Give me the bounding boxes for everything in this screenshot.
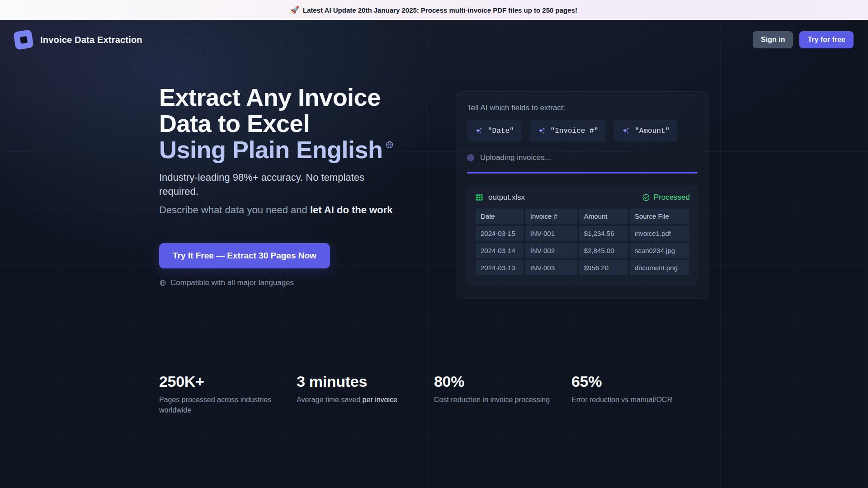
rocket-icon: 🚀 xyxy=(291,6,299,14)
cell-amount: $2,845.00 xyxy=(579,243,628,258)
column-header-source: Source File xyxy=(630,209,689,224)
hero-description: Describe what data you need and let AI d… xyxy=(159,204,435,216)
cell-amount: $956.20 xyxy=(579,260,628,275)
cell-date: 2024-03-15 xyxy=(476,226,524,241)
stat-cost-reduction: 80% Cost reduction in invoice processing xyxy=(434,373,571,415)
upload-progress-bar xyxy=(467,172,698,174)
try-for-free-button[interactable]: Try for free xyxy=(799,31,854,48)
processed-status-badge: Processed xyxy=(642,193,690,202)
column-header-date: Date xyxy=(476,209,524,224)
announcement-banner: 🚀 Latest AI Update 20th January 2025: Pr… xyxy=(0,0,868,20)
sparkles-icon xyxy=(538,127,546,135)
cell-invoice: INV-001 xyxy=(525,226,577,241)
stat-label: Error reduction vs manual/OCR xyxy=(571,394,709,405)
extraction-demo-panel: Tell AI which fields to extract: "Date" … xyxy=(456,91,709,299)
page-title: Extract Any Invoice Data to Excel Using … xyxy=(159,84,435,163)
announcement-text: Latest AI Update 20th January 2025: Proc… xyxy=(303,6,577,14)
column-header-amount: Amount xyxy=(579,209,628,224)
field-chip-amount: "Amount" xyxy=(614,120,677,142)
chip-label: "Date" xyxy=(488,127,514,135)
main-header: Invoice Data Extraction Sign in Try for … xyxy=(0,20,868,60)
cell-invoice: INV-003 xyxy=(525,260,577,275)
sparkles-icon xyxy=(622,127,630,135)
field-chip-invoice-number: "Invoice #" xyxy=(530,120,606,142)
stat-label: Cost reduction in invoice processing xyxy=(434,394,571,405)
stat-label: Pages processed across industries worldw… xyxy=(159,394,272,415)
extracted-data-table: Date Invoice # Amount Source File 2024-0… xyxy=(474,206,691,277)
brand-name: Invoice Data Extraction xyxy=(40,35,142,45)
stat-value: 3 minutes xyxy=(297,373,434,390)
try-it-free-cta-button[interactable]: Try It Free — Extract 30 Pages Now xyxy=(159,243,330,268)
column-header-invoice: Invoice # xyxy=(525,209,577,224)
page-title-accent: Using Plain English xyxy=(159,136,383,163)
sign-in-button[interactable]: Sign in xyxy=(753,31,793,48)
compatibility-text: Compatible with all major languages xyxy=(170,278,294,287)
cell-date: 2024-03-13 xyxy=(476,260,524,275)
upload-status: Uploading invoices... xyxy=(467,153,698,162)
stat-label: Average time saved per invoice xyxy=(297,394,434,405)
table-row: 2024-03-15 INV-001 $1,234.56 invoice1.pd… xyxy=(476,226,689,241)
stat-time-saved: 3 minutes Average time saved per invoice xyxy=(297,373,434,415)
stats-section: 250K+ Pages processed across industries … xyxy=(159,373,709,415)
header-actions: Sign in Try for free xyxy=(753,31,854,48)
field-chips: "Date" "Invoice #" "Amount" xyxy=(467,120,698,142)
chip-label: "Invoice #" xyxy=(551,127,599,135)
stat-value: 250K+ xyxy=(159,373,297,390)
check-circle-icon xyxy=(642,193,650,202)
cell-amount: $1,234.56 xyxy=(579,226,628,241)
cell-invoice: INV-002 xyxy=(525,243,577,258)
hero-copy: Extract Any Invoice Data to Excel Using … xyxy=(159,60,435,287)
cell-source: invoice1.pdf xyxy=(630,226,689,241)
stat-value: 80% xyxy=(434,373,571,390)
hero-description-highlight: let AI do the work xyxy=(310,204,393,216)
spreadsheet-icon xyxy=(475,193,484,202)
table-header-row: Date Invoice # Amount Source File xyxy=(476,209,689,224)
brand: Invoice Data Extraction xyxy=(14,31,142,49)
compatibility-note: Compatible with all major languages xyxy=(159,278,435,287)
output-file-header: output.xlsx Processed xyxy=(474,193,691,202)
logo-icon xyxy=(13,29,34,50)
stat-value: 65% xyxy=(571,373,709,390)
hero-subtitle: Industry-leading 98%+ accuracy. No templ… xyxy=(159,170,375,198)
cell-date: 2024-03-14 xyxy=(476,243,524,258)
stat-error-reduction: 65% Error reduction vs manual/OCR xyxy=(571,373,709,415)
demo-prompt-label: Tell AI which fields to extract: xyxy=(467,103,698,113)
processed-status-text: Processed xyxy=(654,193,690,202)
upload-pulse-dot xyxy=(467,154,474,161)
hero-section: Extract Any Invoice Data to Excel Using … xyxy=(159,60,709,299)
cell-source: scan0234.jpg xyxy=(630,243,689,258)
chip-label: "Amount" xyxy=(635,127,670,135)
stat-pages-processed: 250K+ Pages processed across industries … xyxy=(159,373,297,415)
cell-source: document.png xyxy=(630,260,689,275)
output-file-name: output.xlsx xyxy=(488,193,525,202)
upload-status-text: Uploading invoices... xyxy=(480,153,551,162)
globe-sup-icon xyxy=(385,141,394,149)
field-chip-date: "Date" xyxy=(467,120,522,142)
table-row: 2024-03-13 INV-003 $956.20 document.png xyxy=(476,260,689,275)
table-row: 2024-03-14 INV-002 $2,845.00 scan0234.jp… xyxy=(476,243,689,258)
globe-icon xyxy=(159,279,166,286)
sparkles-icon xyxy=(475,127,483,135)
stat-label-highlight: per invoice xyxy=(363,396,397,404)
output-file-card: output.xlsx Processed Date Invoice # Amo… xyxy=(467,186,698,285)
